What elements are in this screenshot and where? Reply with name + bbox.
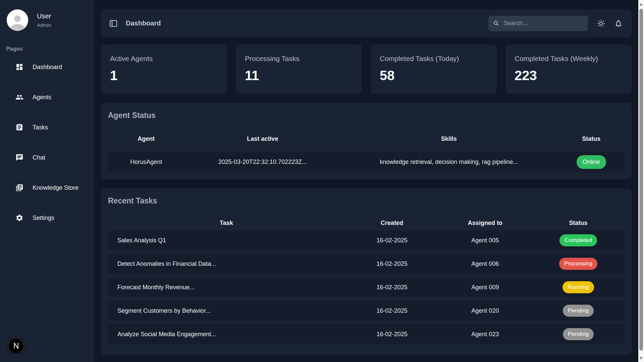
status-badge: Pending: [563, 328, 594, 340]
status-badge: Online: [577, 155, 606, 169]
column-header-status: Status: [557, 135, 625, 142]
user-meta: User Admin: [37, 12, 51, 28]
status-badge: Processing: [559, 258, 597, 270]
stat-card-completed-weekly: Completed Tasks (Weekly) 223: [506, 45, 632, 94]
nextjs-badge[interactable]: N: [8, 338, 24, 354]
tasks-icon: [15, 123, 23, 131]
sidebar: User Admin Pages Dashboard Agents: [0, 0, 94, 362]
page-title: Dashboard: [126, 19, 161, 27]
last-active-cell: 2025-03-20T22:32:10.702223Z...: [185, 159, 340, 166]
task-row[interactable]: Analyze Social Media Engagement... 16-02…: [107, 324, 625, 344]
stat-label: Completed Tasks (Today): [380, 55, 488, 63]
stat-card-active-agents: Active Agents 1: [101, 45, 227, 94]
topbar-left: Dashboard: [109, 19, 161, 27]
created-cell: 16-02-2025: [345, 331, 439, 338]
dashboard-icon: [15, 63, 23, 71]
column-header-created: Created: [345, 220, 439, 227]
created-cell: 16-02-2025: [345, 260, 439, 267]
sidebar-item-dashboard[interactable]: Dashboard: [0, 58, 94, 76]
pages-section-label: Pages: [6, 46, 94, 52]
agent-status-row[interactable]: HorusAgent 2025-03-20T22:32:10.702223Z..…: [107, 151, 625, 173]
sidebar-item-agents[interactable]: Agents: [0, 88, 94, 107]
task-row[interactable]: Segment Customers by Behavior... 16-02-2…: [107, 301, 625, 320]
knowledge-store-icon: [15, 184, 23, 192]
agent-status-table-header: Agent Last active Skills Status: [107, 135, 625, 142]
assigned-to-cell: Agent 023: [439, 331, 532, 338]
sun-icon: [597, 19, 605, 28]
stat-label: Processing Tasks: [245, 55, 353, 63]
column-header-skills: Skills: [340, 135, 557, 142]
task-cell: Segment Customers by Behavior...: [107, 307, 345, 314]
task-row[interactable]: Forecast Monthly Revenue... 16-02-2025 A…: [107, 278, 625, 297]
task-cell: Sales Analysis Q1: [107, 237, 345, 244]
stat-label: Completed Tasks (Weekly): [515, 55, 623, 63]
assigned-to-cell: Agent 005: [439, 237, 532, 244]
status-cell: Completed: [532, 234, 625, 246]
nextjs-logo-letter: N: [13, 342, 19, 351]
created-cell: 16-02-2025: [345, 284, 439, 291]
sidebar-nav: Dashboard Agents Tasks Chat: [0, 58, 94, 239]
main-content: Dashboard: [101, 0, 632, 362]
status-cell: Online: [557, 155, 625, 169]
scrollbar-down-arrow[interactable]: [639, 357, 643, 360]
sidebar-toggle-icon[interactable]: [109, 20, 117, 27]
user-profile[interactable]: User Admin: [0, 0, 94, 31]
recent-tasks-title: Recent Tasks: [108, 196, 625, 205]
stat-value: 1: [110, 68, 218, 83]
column-header-last-active: Last active: [185, 135, 340, 142]
sidebar-item-settings[interactable]: Settings: [0, 208, 94, 227]
stat-card-completed-today: Completed Tasks (Today) 58: [371, 45, 497, 94]
task-cell: Detect Anomalies in Financial Data...: [107, 260, 345, 267]
status-cell: Pending: [532, 305, 625, 317]
search-input[interactable]: [503, 20, 583, 27]
chat-icon: [15, 154, 23, 162]
sidebar-item-tasks[interactable]: Tasks: [0, 118, 94, 137]
recent-tasks-table-header: Task Created Assigned to Status: [107, 220, 625, 227]
column-header-task: Task: [107, 220, 345, 227]
topbar: Dashboard: [101, 9, 632, 37]
agent-name-cell: HorusAgent: [107, 159, 185, 166]
status-cell: Processing: [532, 258, 625, 270]
stat-label: Active Agents: [110, 55, 218, 63]
assigned-to-cell: Agent 020: [439, 307, 532, 314]
sidebar-item-label: Tasks: [33, 124, 48, 131]
assigned-to-cell: Agent 009: [439, 284, 532, 291]
settings-icon: [15, 214, 23, 222]
agent-status-title: Agent Status: [108, 111, 625, 120]
bell-icon: [614, 19, 623, 28]
search-icon: [493, 20, 499, 26]
avatar: [7, 9, 28, 31]
sidebar-item-knowledge-store[interactable]: Knowledge Store: [0, 178, 94, 197]
task-cell: Analyze Social Media Engagement...: [107, 331, 345, 338]
stats-row: Active Agents 1 Processing Tasks 11 Comp…: [101, 45, 632, 94]
sidebar-item-label: Knowledge Store: [33, 184, 78, 191]
sidebar-item-label: Dashboard: [33, 64, 62, 71]
task-cell: Forecast Monthly Revenue...: [107, 284, 345, 291]
assigned-to-cell: Agent 006: [439, 260, 532, 267]
skills-cell: knowledge retrieval, decision making, ra…: [340, 159, 557, 166]
scrollbar-track[interactable]: [638, 0, 644, 362]
status-badge: Pending: [563, 305, 594, 317]
status-cell: Running: [532, 281, 625, 293]
theme-toggle-button[interactable]: [597, 19, 605, 28]
sidebar-item-chat[interactable]: Chat: [0, 148, 94, 167]
stat-value: 223: [515, 68, 623, 83]
column-header-assigned-to: Assigned to: [439, 220, 532, 227]
user-role: Admin: [37, 22, 51, 28]
column-header-agent: Agent: [107, 135, 185, 142]
status-cell: Pending: [532, 328, 625, 340]
stat-value: 58: [380, 68, 488, 83]
agents-icon: [15, 93, 23, 101]
created-cell: 16-02-2025: [345, 237, 439, 244]
search-box: [488, 16, 588, 31]
task-row[interactable]: Sales Analysis Q1 16-02-2025 Agent 005 C…: [107, 231, 625, 250]
task-row[interactable]: Detect Anomalies in Financial Data... 16…: [107, 254, 625, 274]
notifications-button[interactable]: [614, 19, 623, 28]
stat-card-processing-tasks: Processing Tasks 11: [236, 45, 362, 94]
user-name: User: [37, 12, 51, 20]
created-cell: 16-02-2025: [345, 307, 439, 314]
scrollbar-thumb[interactable]: [639, 9, 643, 351]
scrollbar-up-arrow[interactable]: [639, 3, 643, 6]
sidebar-item-label: Agents: [33, 94, 51, 101]
recent-tasks-panel: Recent Tasks Task Created Assigned to St…: [101, 188, 632, 355]
